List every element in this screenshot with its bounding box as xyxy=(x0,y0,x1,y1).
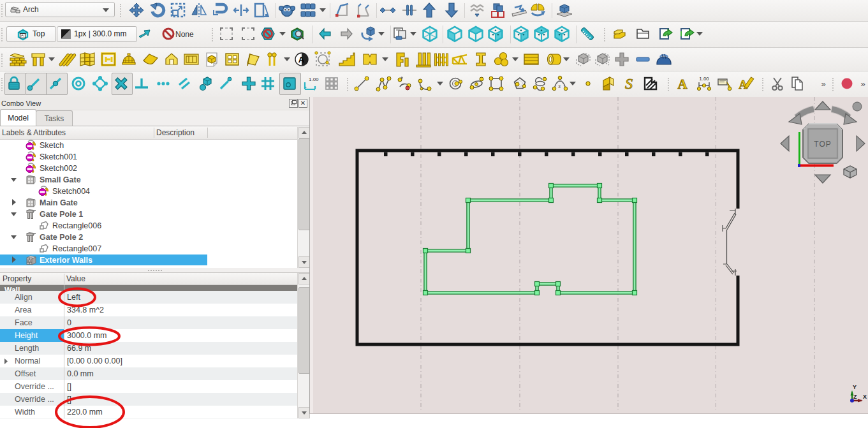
svg-text:None: None xyxy=(175,30,194,39)
svg-text:»: » xyxy=(821,79,825,89)
svg-text:Z: Z xyxy=(853,394,857,400)
svg-text:S: S xyxy=(625,75,633,92)
svg-text:1.00: 1.00 xyxy=(309,77,319,82)
svg-text:»: » xyxy=(860,79,865,89)
svg-text:1.00: 1.00 xyxy=(699,76,709,82)
svg-text:A: A xyxy=(677,77,688,92)
svg-text:3: 3 xyxy=(558,84,561,89)
svg-text:A: A xyxy=(298,55,305,64)
svg-text:TOP: TOP xyxy=(814,140,831,149)
svg-text:X: X xyxy=(863,394,867,400)
svg-text:Y: Y xyxy=(853,384,857,390)
